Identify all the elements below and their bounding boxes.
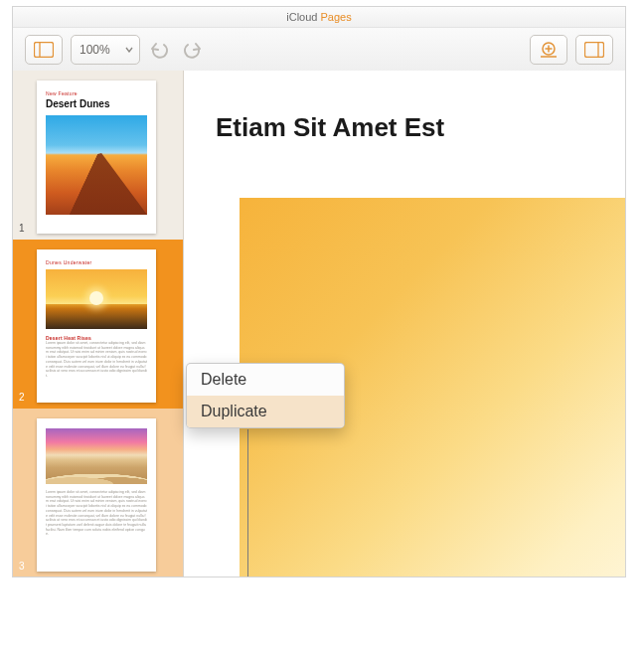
view-button[interactable] <box>25 35 63 65</box>
svg-rect-0 <box>35 42 54 57</box>
thumb-preview: Lorem ipsum dolor sit amet, consectetur … <box>37 418 156 572</box>
thumb-preview: New Feature Desert Dunes <box>37 81 156 234</box>
thumb-category: New Feature <box>46 90 147 96</box>
current-page[interactable]: Etiam Sit Amet Est <box>216 112 626 578</box>
thumb-number: 3 <box>19 561 25 572</box>
thumb-bodytext: Lorem ipsum dolor sit amet, consectetur … <box>46 490 147 537</box>
page-thumbnails-sidebar[interactable]: 1 New Feature Desert Dunes 2 Dunes Under… <box>13 71 184 577</box>
redo-icon <box>182 41 202 59</box>
insert-button[interactable] <box>530 35 567 65</box>
chevron-down-icon <box>125 47 133 53</box>
format-panel-icon <box>584 42 604 58</box>
sidebar-layout-icon <box>34 42 54 58</box>
page-canvas[interactable]: Etiam Sit Amet Est <box>184 71 625 577</box>
page-title[interactable]: Etiam Sit Amet Est <box>216 112 626 143</box>
thumb-category: Dunes Underwater <box>46 259 147 265</box>
thumb-hero-image <box>46 428 147 484</box>
app-window: iCloud Pages 100% <box>12 6 626 578</box>
toolbar: 100% <box>13 28 625 72</box>
context-menu-duplicate[interactable]: Duplicate <box>187 396 344 427</box>
thumb-bodytext: Lorem ipsum dolor sit amet, consectetur … <box>46 341 147 379</box>
page-thumbnail-1[interactable]: 1 New Feature Desert Dunes <box>13 71 183 240</box>
insert-plus-icon <box>539 41 559 59</box>
thumb-hero-image <box>46 269 147 329</box>
thumb-title: Desert Dunes <box>46 98 147 109</box>
thumb-number: 1 <box>19 223 25 234</box>
context-menu-delete[interactable]: Delete <box>187 364 344 396</box>
titlebar: iCloud Pages <box>13 7 625 28</box>
svg-rect-6 <box>585 42 604 57</box>
zoom-value: 100% <box>78 43 125 57</box>
callout-leader-line <box>247 429 248 578</box>
thumb-preview: Dunes Underwater Desert Heat Rises Lorem… <box>37 249 156 403</box>
thumb-hero-image <box>46 115 147 215</box>
thumbnail-context-menu: Delete Duplicate <box>186 363 345 428</box>
page-thumbnail-2[interactable]: 2 Dunes Underwater Desert Heat Rises Lor… <box>13 240 183 409</box>
thumb-number: 2 <box>19 392 25 403</box>
undo-icon <box>150 41 170 59</box>
page-thumbnail-3[interactable]: 3 Lorem ipsum dolor sit amet, consectetu… <box>13 409 183 577</box>
redo-button[interactable] <box>180 36 204 64</box>
document-body: 1 New Feature Desert Dunes 2 Dunes Under… <box>13 71 625 577</box>
titlebar-appname: iCloud <box>286 11 317 23</box>
zoom-select[interactable]: 100% <box>71 35 140 65</box>
undo-button[interactable] <box>148 36 172 64</box>
titlebar-docname: Pages <box>321 11 352 23</box>
format-button[interactable] <box>575 35 613 65</box>
